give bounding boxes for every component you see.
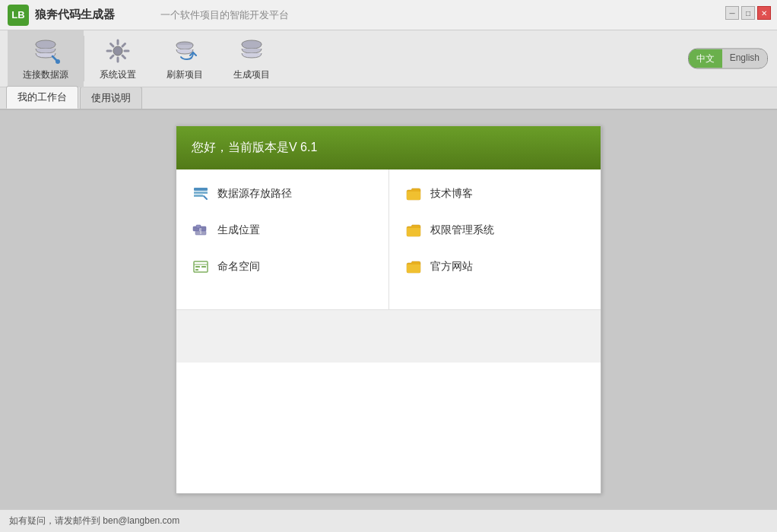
svg-line-9 [122, 55, 125, 59]
tab-workspace[interactable]: 我的工作台 [6, 86, 78, 109]
auth-system-icon [404, 221, 423, 239]
restore-button[interactable]: □ [741, 6, 755, 20]
status-text: 如有疑问，请发邮件到 ben@langben.com [9, 515, 179, 527]
tech-blog-label: 技术博客 [430, 187, 473, 201]
connect-db-icon [31, 36, 60, 65]
svg-rect-16 [194, 195, 203, 197]
language-switch: 中文 English [688, 49, 768, 69]
svg-rect-15 [194, 192, 208, 194]
status-bar: 如有疑问，请发邮件到 ben@langben.com [0, 509, 777, 532]
tech-blog-icon [404, 185, 423, 203]
svg-point-3 [113, 46, 122, 55]
toolbar-connect-db-label: 连接数据源 [23, 68, 68, 81]
card-footer [176, 309, 601, 363]
toolbar-generate[interactable]: 生成项目 [218, 30, 285, 87]
generate-location-label: 生成位置 [217, 223, 260, 237]
lang-english-button[interactable]: English [722, 49, 767, 68]
refresh-icon [170, 36, 199, 65]
card-body: 数据源存放路径 生成位置 [176, 169, 601, 309]
app-title: 狼奔代码生成器 [35, 8, 115, 22]
settings-icon [103, 36, 132, 65]
minimize-button[interactable]: ─ [725, 6, 739, 20]
toolbar-generate-label: 生成项目 [233, 68, 270, 81]
tech-blog-item[interactable]: 技术博客 [404, 185, 586, 203]
window-controls: ─ □ ✕ [725, 6, 771, 20]
generate-location-icon [192, 221, 210, 239]
lang-chinese-button[interactable]: 中文 [689, 49, 722, 68]
main-content: 您好，当前版本是V 6.1 数据源存放路径 [0, 110, 777, 509]
svg-line-10 [122, 43, 125, 46]
generate-location-item[interactable]: 生成位置 [192, 221, 373, 239]
auth-system-item[interactable]: 权限管理系统 [404, 221, 586, 239]
app-logo: LB [8, 5, 29, 26]
toolbar-connect-db[interactable]: 连接数据源 [8, 30, 84, 87]
official-site-icon [404, 258, 423, 276]
svg-rect-25 [201, 266, 206, 268]
svg-rect-14 [194, 188, 208, 191]
title-bar: LB 狼奔代码生成器 一个软件项目的智能开发平台 ─ □ ✕ [0, 0, 777, 30]
toolbar-settings-label: 系统设置 [100, 68, 136, 81]
toolbar-refresh[interactable]: 刷新项目 [151, 30, 218, 87]
toolbar-refresh-label: 刷新项目 [166, 68, 203, 81]
svg-point-2 [56, 59, 60, 64]
namespace-item[interactable]: 命名空间 [192, 258, 373, 276]
official-site-label: 官方网站 [430, 260, 473, 274]
svg-rect-24 [195, 266, 200, 268]
official-site-item[interactable]: 官方网站 [404, 258, 586, 276]
svg-rect-26 [195, 269, 198, 271]
svg-line-8 [111, 43, 114, 46]
datasource-icon [192, 185, 210, 203]
generate-icon [237, 36, 266, 65]
close-button[interactable]: ✕ [757, 6, 771, 20]
datasource-path-item[interactable]: 数据源存放路径 [192, 185, 373, 203]
card-header-title: 您好，当前版本是V 6.1 [192, 141, 317, 154]
tabs-bar: 我的工作台 使用说明 [0, 87, 777, 110]
card-header: 您好，当前版本是V 6.1 [176, 126, 601, 169]
toolbar: 连接数据源 系统设置 [0, 30, 777, 87]
app-subtitle: 一个软件项目的智能开发平台 [160, 8, 289, 22]
svg-line-11 [111, 55, 114, 59]
namespace-label: 命名空间 [217, 260, 260, 274]
datasource-path-label: 数据源存放路径 [217, 187, 292, 201]
card-left: 数据源存放路径 生成位置 [176, 169, 389, 309]
tab-docs[interactable]: 使用说明 [80, 87, 142, 109]
auth-system-label: 权限管理系统 [430, 223, 494, 237]
card-right: 技术博客 权限管理系统 [389, 169, 601, 309]
workspace-card: 您好，当前版本是V 6.1 数据源存放路径 [176, 125, 601, 494]
namespace-icon [192, 258, 210, 276]
toolbar-settings[interactable]: 系统设置 [84, 30, 151, 87]
